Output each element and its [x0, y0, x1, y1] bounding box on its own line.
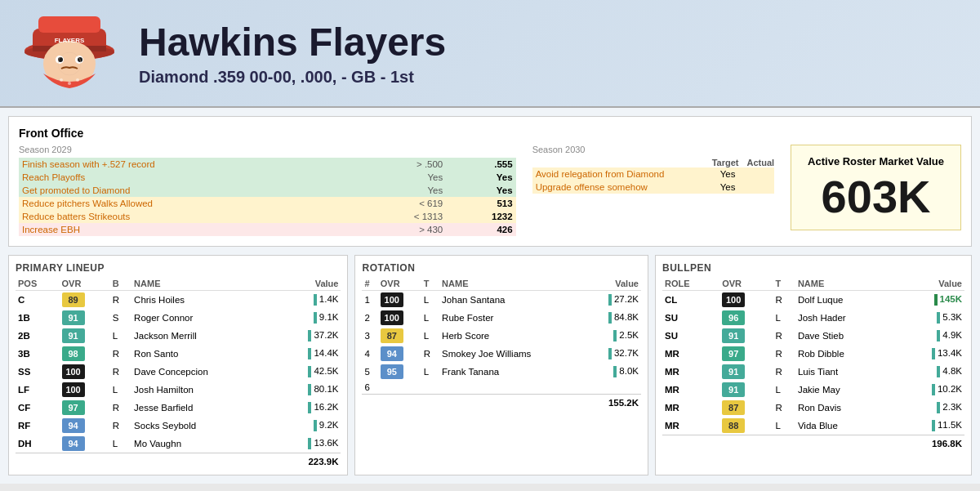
- lineup-pos: LF: [16, 381, 60, 399]
- team-info: Hawkins Flayers Diamond .359 00-00, .000…: [139, 20, 446, 87]
- bullpen-table: ROLE OVR T NAME Value CL 100 R Dolf Luqu…: [662, 277, 964, 450]
- rot-num: 2: [362, 309, 377, 327]
- lineup-hand: L: [110, 435, 131, 453]
- lineup-hand: R: [110, 345, 131, 363]
- rot-ovr: 95: [378, 363, 421, 381]
- bcol-value: Value: [897, 277, 964, 291]
- lineup-name: Jackson Merrill: [131, 327, 276, 345]
- rot-value: 2.5K: [586, 327, 641, 345]
- rot-ovr: 100: [378, 309, 421, 327]
- front-office-panel: Front Office Season 2029 Finish season w…: [8, 116, 972, 247]
- rotation-table: # OVR T NAME Value 1 100 L Johan Santana…: [362, 277, 641, 409]
- rcol-num: #: [362, 277, 377, 291]
- rot-name: Smokey Joe Williams: [439, 345, 586, 363]
- bull-role: SU: [662, 327, 719, 345]
- lineup-ovr: 100: [60, 363, 110, 381]
- rcol-value: Value: [586, 277, 641, 291]
- s2030-col-actual: Actual: [738, 158, 774, 167]
- market-value-title: Active Roster Market Value: [808, 155, 944, 167]
- bcol-role: ROLE: [662, 277, 719, 291]
- bull-name: Luis Tiant: [795, 363, 897, 381]
- bull-role: MR: [662, 399, 719, 417]
- season2030-section: Season 2030 Target Actual Avoid relegati…: [532, 145, 774, 194]
- bull-role: MR: [662, 381, 719, 399]
- lineup-ovr: 98: [60, 345, 110, 363]
- bull-value: 4.9K: [897, 327, 964, 345]
- bull-value: 4.8K: [897, 363, 964, 381]
- lineup-value: 37.2K: [276, 327, 341, 345]
- bullpen-row: SU 96 L Josh Hader 5.3K: [662, 309, 964, 327]
- rotation-row: 4 94 R Smokey Joe Williams 32.7K: [362, 345, 641, 363]
- svg-point-6: [60, 78, 63, 82]
- main-content: Front Office Season 2029 Finish season w…: [0, 108, 980, 484]
- rot-name: Herb Score: [439, 327, 586, 345]
- lineup-ovr: 94: [60, 435, 110, 453]
- lineup-pos: 2B: [16, 327, 60, 345]
- lineup-name: Mo Vaughn: [131, 435, 276, 453]
- bullpen-row: MR 97 R Rob Dibble 13.4K: [662, 345, 964, 363]
- lineup-ovr: 97: [60, 399, 110, 417]
- rot-ovr: [378, 381, 421, 395]
- bcol-t: T: [773, 277, 795, 291]
- rotation-row: 3 87 L Herb Score 2.5K: [362, 327, 641, 345]
- rcol-ovr: OVR: [378, 277, 421, 291]
- rot-value: 27.2K: [586, 291, 641, 310]
- bull-ovr: 91: [719, 327, 773, 345]
- s2030-col-target: Target: [712, 158, 739, 167]
- lineup-total-label: [16, 453, 276, 469]
- rot-num: 5: [362, 363, 377, 381]
- bottom-section: PRIMARY LINEUP POS OVR B NAME Value C 89…: [8, 255, 972, 475]
- fo-right: Season 2030 Target Actual Avoid relegati…: [532, 145, 961, 236]
- col-ovr: OVR: [60, 277, 110, 291]
- bull-value: 10.2K: [897, 381, 964, 399]
- lineup-pos: CF: [16, 399, 60, 417]
- lineup-hand: R: [110, 399, 131, 417]
- svg-rect-3: [38, 16, 100, 33]
- lineup-table: POS OVR B NAME Value C 89 R Chris Hoiles…: [16, 277, 341, 468]
- bullpen-row: MR 91 R Luis Tiant 4.8K: [662, 363, 964, 381]
- bull-hand: R: [773, 327, 795, 345]
- bull-hand: R: [773, 399, 795, 417]
- lineup-value: 1.4K: [276, 291, 341, 310]
- lineup-pos: SS: [16, 363, 60, 381]
- rot-ovr: 100: [378, 291, 421, 310]
- lineup-hand: L: [110, 381, 131, 399]
- rot-name: Johan Santana: [439, 291, 586, 310]
- bull-hand: L: [773, 309, 795, 327]
- col-b: B: [110, 277, 131, 291]
- bull-hand: R: [773, 291, 795, 310]
- lineup-name: Ron Santo: [131, 345, 276, 363]
- bullpen-total-label: [662, 435, 897, 451]
- bull-ovr: 91: [719, 363, 773, 381]
- rotation-row: 6: [362, 381, 641, 395]
- col-value: Value: [276, 277, 341, 291]
- bcol-ovr: OVR: [719, 277, 773, 291]
- lineup-title: PRIMARY LINEUP: [16, 262, 341, 274]
- lineup-total: 223.9K: [276, 453, 341, 469]
- bull-role: MR: [662, 363, 719, 381]
- bullpen-row: MR 87 R Ron Davis 2.3K: [662, 399, 964, 417]
- lineup-row: 3B 98 R Ron Santo 14.4K: [16, 345, 341, 363]
- bull-ovr: 96: [719, 309, 773, 327]
- team-name: Hawkins Flayers: [139, 20, 446, 65]
- header: FLAYERS Hawkins Flayers Diamond .359 00-…: [0, 0, 980, 108]
- lineup-value: 16.2K: [276, 399, 341, 417]
- bullpen-panel: BULLPEN ROLE OVR T NAME Value CL 100 R D…: [655, 255, 972, 475]
- svg-point-8: [76, 78, 79, 82]
- season2029-table: Finish season with +.527 record > .500 .…: [19, 158, 516, 236]
- lineup-value: 9.1K: [276, 309, 341, 327]
- bull-name: Dolf Luque: [795, 291, 897, 310]
- lineup-value: 13.6K: [276, 435, 341, 453]
- lineup-pos: 1B: [16, 309, 60, 327]
- rot-num: 4: [362, 345, 377, 363]
- lineup-value: 80.1K: [276, 381, 341, 399]
- team-logo: FLAYERS: [16, 8, 122, 98]
- bull-value: 11.5K: [897, 417, 964, 435]
- rot-hand: L: [421, 327, 439, 345]
- lineup-value: 14.4K: [276, 345, 341, 363]
- lineup-hand: R: [110, 417, 131, 435]
- bull-name: Jakie May: [795, 381, 897, 399]
- bullpen-row: MR 88 L Vida Blue 11.5K: [662, 417, 964, 435]
- season2029-section: Season 2029 Finish season with +.527 rec…: [19, 145, 516, 236]
- lineup-name: Chris Hoiles: [131, 291, 276, 310]
